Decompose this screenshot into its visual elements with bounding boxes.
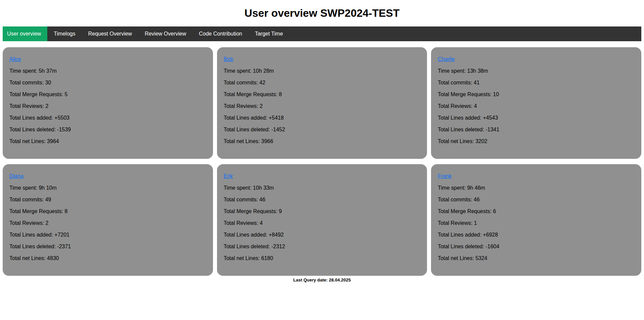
stat-label: Total Reviews bbox=[438, 103, 474, 109]
stat-value: +7201 bbox=[54, 232, 69, 238]
stat-value: 5324 bbox=[475, 255, 487, 261]
stat-line: Time spent13h 38m bbox=[438, 68, 635, 74]
stat-line: Total net Lines3202 bbox=[438, 138, 635, 144]
stat-label: Time spent bbox=[224, 68, 253, 74]
stat-label: Total net Lines bbox=[224, 138, 261, 144]
stat-value: 46 bbox=[474, 197, 480, 202]
tab-user-overview[interactable]: User overview bbox=[3, 26, 47, 41]
stat-line: Total net Lines3964 bbox=[9, 138, 206, 144]
stat-value: 1 bbox=[474, 220, 477, 226]
last-query-date: Last Query date28.04.2025 bbox=[3, 277, 641, 303]
user-name-link[interactable]: Erik bbox=[224, 173, 233, 179]
stat-value: 30 bbox=[45, 80, 51, 85]
stat-value: 3202 bbox=[475, 138, 487, 144]
stat-label: Total net Lines bbox=[438, 138, 475, 144]
stat-line: Time spent9h 46m bbox=[438, 185, 635, 191]
last-query-date-value: 28.04.2025 bbox=[329, 277, 351, 282]
stat-label: Total Lines deleted bbox=[224, 244, 271, 249]
stat-value: 2 bbox=[260, 103, 263, 109]
stat-label: Total Lines added bbox=[9, 232, 54, 238]
stat-label: Time spent bbox=[9, 185, 39, 191]
stat-line: Total Lines deleted-2312 bbox=[224, 244, 421, 250]
stat-label: Total Lines added bbox=[438, 232, 483, 238]
stat-label: Total Lines added bbox=[224, 232, 269, 238]
stat-value: 6180 bbox=[261, 255, 273, 261]
stat-line: Total commits46 bbox=[224, 197, 421, 203]
stat-line: Total Lines added+8492 bbox=[224, 232, 421, 238]
stat-label: Total commits bbox=[438, 197, 474, 202]
stat-value: +4543 bbox=[483, 115, 498, 121]
stat-label: Total Reviews bbox=[438, 220, 474, 226]
tab-request-overview[interactable]: Request Overview bbox=[82, 26, 139, 41]
stat-line: Total Merge Requests8 bbox=[224, 91, 421, 98]
stat-value: 8 bbox=[279, 91, 282, 97]
stat-line: Time spent9h 10m bbox=[9, 185, 206, 191]
stat-label: Total commits bbox=[9, 80, 45, 85]
user-card-frank: Frank Time spent9h 46m Total commits46 T… bbox=[431, 164, 641, 276]
stat-line: Total Reviews2 bbox=[9, 103, 206, 109]
stat-line: Total commits41 bbox=[438, 80, 635, 86]
stat-value: 2 bbox=[46, 220, 49, 226]
tab-review-overview[interactable]: Review Overview bbox=[138, 26, 193, 41]
stat-value: 8 bbox=[65, 208, 68, 214]
user-name-link[interactable]: Alice bbox=[9, 56, 21, 62]
stat-label: Total net Lines bbox=[9, 255, 47, 261]
stat-label: Total Lines added bbox=[438, 115, 483, 121]
tab-code-contribution[interactable]: Code Contribution bbox=[193, 26, 249, 41]
stat-value: 10h 28m bbox=[253, 68, 274, 74]
stat-label: Total Merge Requests bbox=[224, 208, 279, 214]
stat-line: Total net Lines4830 bbox=[9, 255, 206, 261]
stat-value: +5418 bbox=[269, 115, 284, 121]
stat-line: Total Merge Requests6 bbox=[438, 208, 635, 214]
user-name-link[interactable]: Diana bbox=[9, 173, 23, 179]
stat-line: Total Reviews2 bbox=[224, 103, 421, 109]
stat-value: -1539 bbox=[57, 127, 71, 132]
stat-line: Total net Lines6180 bbox=[224, 255, 421, 261]
user-card-alice: Alice Time spent5h 37m Total commits30 T… bbox=[3, 47, 213, 159]
stat-line: Total Merge Requests10 bbox=[438, 91, 635, 98]
stat-label: Total commits bbox=[224, 197, 260, 202]
stat-value: -1452 bbox=[271, 127, 285, 132]
last-query-date-label: Last Query date bbox=[293, 277, 329, 282]
stat-label: Total net Lines bbox=[224, 255, 261, 261]
stat-value: 13h 38m bbox=[467, 68, 488, 74]
stat-value: -2371 bbox=[57, 244, 71, 249]
user-card-grid: Alice Time spent5h 37m Total commits30 T… bbox=[3, 47, 641, 276]
stat-value: 49 bbox=[45, 197, 51, 202]
stat-value: 9h 10m bbox=[39, 185, 56, 191]
user-name-link[interactable]: Charlie bbox=[438, 56, 455, 62]
stat-line: Total commits30 bbox=[9, 80, 206, 86]
stat-label: Total Lines deleted bbox=[438, 244, 485, 249]
stat-value: 6 bbox=[493, 208, 496, 214]
user-card-bob: Bob Time spent10h 28m Total commits42 To… bbox=[217, 47, 427, 159]
stat-line: Total net Lines5324 bbox=[438, 255, 635, 261]
stat-label: Total Lines deleted bbox=[9, 244, 57, 249]
stat-line: Time spent10h 33m bbox=[224, 185, 421, 191]
stat-value: 42 bbox=[259, 80, 265, 85]
stat-line: Total Lines deleted-1539 bbox=[9, 127, 206, 133]
stat-label: Total Reviews bbox=[224, 220, 260, 226]
stat-line: Total Lines added+7201 bbox=[9, 232, 206, 238]
stat-value: 4 bbox=[474, 103, 477, 109]
stat-value: 2 bbox=[46, 103, 49, 109]
stat-label: Total Merge Requests bbox=[438, 208, 493, 214]
user-name-link[interactable]: Frank bbox=[438, 173, 451, 179]
user-name-link[interactable]: Bob bbox=[224, 56, 233, 62]
stat-value: 3966 bbox=[261, 138, 273, 144]
stat-value: 41 bbox=[474, 80, 480, 85]
tab-target-time[interactable]: Target Time bbox=[249, 26, 289, 41]
stat-line: Total Lines deleted-1341 bbox=[438, 127, 635, 133]
stat-value: 10 bbox=[493, 91, 499, 97]
stat-line: Total Lines added+5418 bbox=[224, 115, 421, 121]
stat-label: Time spent bbox=[9, 68, 39, 74]
stat-label: Total Merge Requests bbox=[9, 208, 65, 214]
stat-line: Time spent5h 37m bbox=[9, 68, 206, 74]
stat-line: Total Merge Requests5 bbox=[9, 91, 206, 98]
stat-line: Total commits49 bbox=[9, 197, 206, 203]
stat-value: 5h 37m bbox=[39, 68, 56, 74]
stat-line: Total Lines deleted-1452 bbox=[224, 127, 421, 133]
stat-value: 3964 bbox=[47, 138, 59, 144]
stat-value: 4 bbox=[260, 220, 263, 226]
stat-value: 5 bbox=[65, 91, 68, 97]
tab-timelogs[interactable]: Timelogs bbox=[47, 26, 82, 41]
